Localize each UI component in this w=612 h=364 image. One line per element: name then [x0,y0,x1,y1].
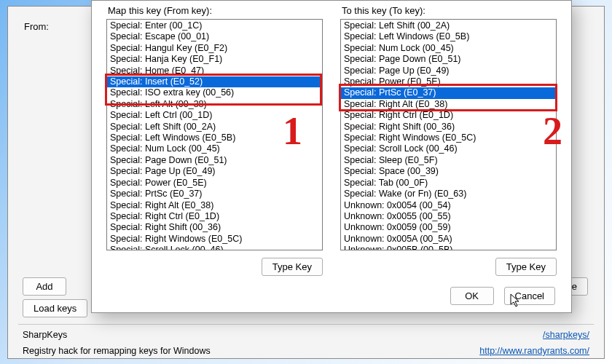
from-column-header: From: [24,21,49,32]
list-item[interactable]: Special: Scroll Lock (00_46) [107,245,322,250]
list-item[interactable]: Special: Hangul Key (E0_F2) [107,43,322,54]
list-item[interactable]: Special: ISO extra key (00_56) [107,87,322,98]
list-item[interactable]: Special: Right Alt (E0_38) [107,200,322,211]
list-item[interactable]: Special: PrtSc (E0_37) [341,87,556,98]
list-item[interactable]: Special: Left Ctrl (00_1D) [107,110,322,121]
list-item[interactable]: Special: Num Lock (00_45) [341,43,556,54]
list-item[interactable]: Special: Escape (00_01) [107,31,322,42]
list-item[interactable]: Special: Page Up (E0_49) [107,166,322,177]
type-key-from-button[interactable]: Type Key [262,258,323,276]
randyrants-link[interactable]: http://www.randyrants.com/ [479,346,589,356]
list-item[interactable]: Special: Tab (00_0F) [341,178,556,189]
list-item[interactable]: Special: Right Ctrl (E0_1D) [107,211,322,222]
list-item[interactable]: Special: Left Alt (00_38) [107,99,322,110]
sharpkeys-link[interactable]: /sharpkeys/ [543,330,589,340]
to-key-label: To this key (To key): [342,5,557,16]
list-item[interactable]: Special: Hanja Key (E0_F1) [107,54,322,65]
tagline-text: Registry hack for remapping keys for Win… [23,346,211,356]
list-item[interactable]: Special: Page Down (E0_51) [107,155,322,166]
list-item[interactable]: Special: Page Up (E0_49) [341,66,556,76]
list-item[interactable]: Unknown: 0x005B (00_5B) [341,245,556,250]
list-item[interactable]: Special: Page Down (E0_51) [341,54,556,65]
list-item[interactable]: Special: Right Windows (E0_5C) [341,132,556,143]
ok-button[interactable]: OK [450,287,494,305]
load-keys-button[interactable]: Load keys [23,299,87,317]
key-mapping-dialog: Map this key (From key): Special: Enter … [91,0,572,313]
list-item[interactable]: Special: Insert (E0_52) [107,76,322,87]
list-item[interactable]: Special: PrtSc (E0_37) [107,189,322,199]
list-item[interactable]: Unknown: 0x0054 (00_54) [341,200,556,211]
list-item[interactable]: Special: Power (E0_5E) [341,76,556,87]
footer-divider [18,324,594,325]
cancel-button[interactable]: Cancel [504,287,555,305]
list-item[interactable]: Unknown: 0x005A (00_5A) [341,234,556,245]
from-key-label: Map this key (From key): [108,5,323,16]
to-key-list[interactable]: Special: Left Shift (00_2A)Special: Left… [340,19,557,250]
list-item[interactable]: Special: Num Lock (00_45) [107,143,322,154]
list-item[interactable]: Unknown: 0x0059 (00_59) [341,222,556,233]
list-item[interactable]: Unknown: 0x0055 (00_55) [341,211,556,222]
list-item[interactable]: Special: Home (E0_47) [107,66,322,76]
list-item[interactable]: Special: Power (E0_5E) [107,178,322,189]
list-item[interactable]: Special: Space (00_39) [341,166,556,177]
from-key-list[interactable]: Special: Enter (00_1C)Special: Escape (0… [106,19,323,250]
list-item[interactable]: Special: Left Windows (E0_5B) [341,31,556,42]
list-item[interactable]: Special: Right Shift (00_36) [341,122,556,132]
list-item[interactable]: Special: Right Windows (E0_5C) [107,234,322,245]
list-item[interactable]: Special: Right Alt (E0_38) [341,99,556,110]
list-item[interactable]: Special: Enter (00_1C) [107,20,322,31]
list-item[interactable]: Special: Right Shift (00_36) [107,222,322,233]
list-item[interactable]: Special: Left Shift (00_2A) [107,122,322,132]
list-item[interactable]: Special: Left Windows (E0_5B) [107,132,322,143]
list-item[interactable]: Special: Right Ctrl (E0_1D) [341,110,556,121]
list-item[interactable]: Special: Scroll Lock (00_46) [341,143,556,154]
list-item[interactable]: Special: Left Shift (00_2A) [341,20,556,31]
list-item[interactable]: Special: Sleep (E0_5F) [341,155,556,166]
type-key-to-button[interactable]: Type Key [495,258,557,276]
list-item[interactable]: Special: Wake (or Fn) (E0_63) [341,189,556,199]
add-button[interactable]: Add [23,277,66,296]
product-name: SharpKeys [23,330,67,340]
